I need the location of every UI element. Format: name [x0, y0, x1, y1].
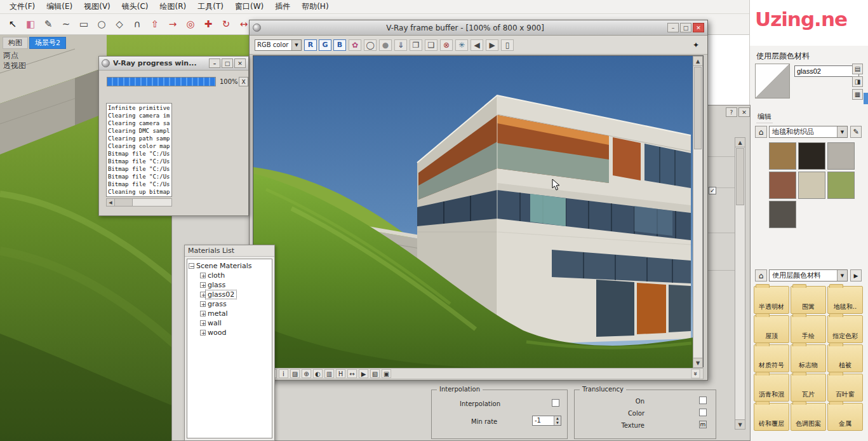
close-button[interactable]: ✕: [234, 58, 246, 68]
channel-toggle-button[interactable]: R: [304, 39, 317, 51]
menu-item[interactable]: 文件(F): [4, 1, 41, 12]
material-tree-item[interactable]: cloth: [189, 271, 270, 280]
material-tree-item[interactable]: wood: [189, 328, 270, 337]
material-tree-item[interactable]: metal: [189, 309, 270, 318]
color-channels-icon[interactable]: ✿: [349, 39, 361, 51]
scroll-thumb[interactable]: [115, 199, 133, 206]
exposure-icon[interactable]: ◐: [313, 369, 323, 378]
move-tool-icon[interactable]: ✚: [200, 16, 217, 32]
menu-item[interactable]: 帮助(H): [296, 1, 334, 12]
scroll-down-icon[interactable]: ▼: [693, 358, 702, 367]
material-preview-thumbnail[interactable]: [755, 64, 790, 98]
channel-toggle-button[interactable]: B: [333, 39, 346, 51]
menu-item[interactable]: 工具(T): [192, 1, 229, 12]
render-view[interactable]: ▲ ▼: [253, 55, 704, 367]
scroll-thumb[interactable]: [694, 67, 702, 149]
arc-tool-icon[interactable]: ∩: [129, 16, 145, 32]
scroll-up-icon[interactable]: ▲: [735, 138, 745, 147]
log-scrollbar[interactable]: ◀: [106, 198, 172, 207]
alpha-circle-icon[interactable]: ◯: [364, 39, 377, 51]
min-rate-spinner[interactable]: -1 ▲▼: [532, 416, 561, 426]
chevron-down-icon[interactable]: ▼: [837, 126, 847, 137]
material-category-folder[interactable]: 沥青和混: [754, 374, 789, 402]
stereo-view-icon[interactable]: ▥: [324, 369, 334, 378]
min-rate-value[interactable]: -1: [533, 416, 554, 425]
channel-toggle-button[interactable]: G: [319, 39, 331, 51]
menu-item[interactable]: 镜头(C): [116, 1, 154, 12]
next-collection-icon[interactable]: ▶: [850, 269, 862, 282]
menu-item[interactable]: 编辑(E): [41, 1, 78, 12]
edit-tab[interactable]: 编辑: [756, 112, 773, 123]
color-correction-icon[interactable]: ✳: [455, 39, 468, 51]
material-category-folder[interactable]: 围篱: [791, 286, 826, 314]
expand-icon[interactable]: [200, 292, 206, 297]
close-button[interactable]: ✕: [693, 23, 704, 32]
histogram-icon[interactable]: ▨: [290, 369, 300, 378]
lens-effects-icon[interactable]: ✦: [690, 39, 702, 51]
help-button[interactable]: ?: [726, 107, 737, 117]
maximize-button[interactable]: □: [680, 23, 691, 32]
translucency-texture-button[interactable]: m: [699, 421, 707, 428]
swatch-dark-gray[interactable]: [769, 201, 796, 228]
material-category-folder[interactable]: 色调图案: [791, 403, 826, 431]
swatch-weave-brown[interactable]: [769, 142, 796, 170]
scroll-down-icon[interactable]: ▼: [735, 419, 745, 429]
swap-material-icon[interactable]: ◨: [852, 76, 863, 87]
render-scrollbar[interactable]: ▲ ▼: [693, 56, 703, 368]
minimize-button[interactable]: –: [667, 23, 679, 32]
translucency-color-swatch[interactable]: [699, 409, 707, 416]
grid-overlay-icon[interactable]: ▣: [382, 369, 391, 378]
chevron-down-icon[interactable]: ▼: [291, 40, 301, 50]
swatch-gray-speckle[interactable]: [827, 142, 855, 170]
material-tree-root[interactable]: Scene Materials: [189, 261, 270, 271]
rectangle-tool-icon[interactable]: ▭: [76, 16, 92, 32]
offset-tool-icon[interactable]: ◎: [182, 16, 199, 32]
freehand-tool-icon[interactable]: ~: [58, 16, 74, 32]
secondary-pane-icon[interactable]: ▦: [852, 89, 863, 100]
eraser-tool-icon[interactable]: ◧: [22, 16, 39, 32]
expand-icon[interactable]: [200, 273, 206, 278]
polygon-tool-icon[interactable]: ◇: [111, 16, 128, 32]
swatch-black-gold-pattern[interactable]: [798, 142, 825, 170]
expand-icon[interactable]: [200, 301, 206, 307]
material-category-folder[interactable]: 半透明材: [754, 286, 789, 314]
material-category-folder[interactable]: 百叶窗: [827, 374, 863, 402]
pencil-tool-icon[interactable]: ✎: [40, 16, 57, 32]
stop-render-button[interactable]: X: [239, 77, 248, 86]
material-category-folder[interactable]: 手绘: [791, 315, 826, 343]
swatch-beige-grid[interactable]: [798, 172, 825, 199]
flip-horizontal-icon[interactable]: ↔: [347, 369, 357, 378]
menu-item[interactable]: 窗口(W): [229, 1, 269, 12]
horizontal-line-icon[interactable]: H: [336, 369, 345, 378]
editor-scrollbar[interactable]: ▲ ▼: [735, 137, 745, 430]
followme-tool-icon[interactable]: →: [164, 16, 181, 32]
frame-buffer-titlebar[interactable]: V-Ray frame buffer - [100% of 800 x 900]…: [250, 20, 707, 36]
compare-next-icon[interactable]: ▶: [486, 39, 498, 51]
material-tree-item[interactable]: glass02: [189, 290, 270, 299]
home-icon[interactable]: ⌂: [755, 126, 767, 138]
scroll-up-icon[interactable]: ▲: [693, 57, 702, 66]
expand-icon[interactable]: [200, 311, 206, 316]
collection-dropdown[interactable]: 使用层颜色材料 ▼: [769, 269, 848, 282]
spin-down-icon[interactable]: ▼: [554, 421, 561, 425]
scroll-left-icon[interactable]: ◀: [107, 199, 115, 206]
home-icon[interactable]: ⌂: [755, 269, 767, 282]
menu-item[interactable]: 插件: [269, 1, 296, 12]
select-pane-icon[interactable]: ▤: [852, 64, 863, 74]
material-category-folder[interactable]: 标志物: [791, 344, 826, 372]
sphere-preview-icon[interactable]: ●: [379, 39, 392, 51]
collapse-icon[interactable]: [189, 263, 194, 269]
material-category-folder[interactable]: 金属: [827, 403, 863, 431]
save-image-icon[interactable]: ⇓: [394, 39, 407, 51]
copy-image-icon[interactable]: ❐: [410, 39, 422, 51]
material-tree-item[interactable]: wall: [189, 318, 270, 328]
expand-icon[interactable]: [200, 330, 206, 336]
option-checkbox[interactable]: ✓: [709, 187, 716, 194]
material-category-folder[interactable]: 瓦片: [791, 374, 826, 402]
expand-icon[interactable]: [200, 282, 206, 288]
menu-item[interactable]: 绘图(R): [154, 1, 192, 12]
scene-tab-plan[interactable]: 构图: [3, 37, 28, 49]
rotate-tool-icon[interactable]: ↻: [218, 16, 234, 32]
focus-point-icon[interactable]: ⊕: [302, 369, 311, 378]
interpolation-checkbox[interactable]: [552, 399, 559, 407]
